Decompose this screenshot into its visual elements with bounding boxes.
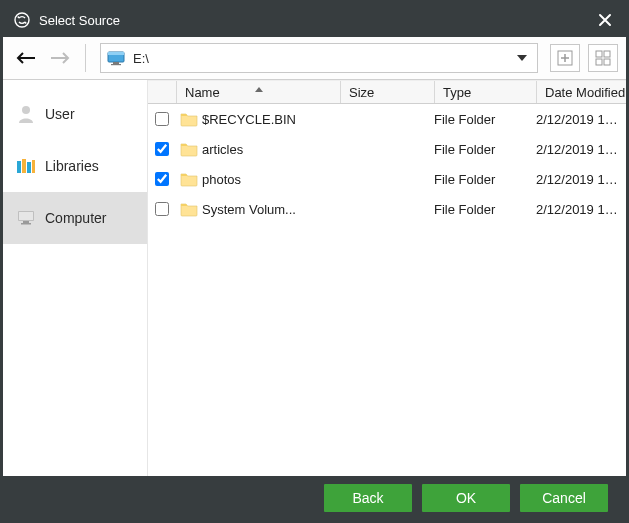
drive-icon <box>107 49 125 67</box>
row-checkbox[interactable] <box>155 172 169 186</box>
folder-icon <box>176 201 202 217</box>
table-row[interactable]: $RECYCLE.BINFile Folder2/12/2019 10:02 .… <box>148 104 626 134</box>
path-dropdown-button[interactable] <box>513 55 531 61</box>
select-source-window: Select Source <box>0 0 629 523</box>
row-date: 2/12/2019 10:14 ... <box>536 202 626 217</box>
cancel-button[interactable]: Cancel <box>520 484 608 512</box>
toolbar-separator <box>85 44 86 72</box>
table-row[interactable]: articlesFile Folder2/12/2019 10:02 ... <box>148 134 626 164</box>
row-checkbox-cell <box>148 202 176 216</box>
row-checkbox-cell <box>148 142 176 156</box>
chevron-down-icon <box>517 55 527 61</box>
path-text: E:\ <box>133 51 513 66</box>
row-checkbox-cell <box>148 172 176 186</box>
column-header-name[interactable]: Name <box>176 81 340 103</box>
row-type: File Folder <box>434 172 536 187</box>
titlebar: Select Source <box>3 3 626 37</box>
row-date: 2/12/2019 10:03 ... <box>536 172 626 187</box>
row-checkbox[interactable] <box>155 202 169 216</box>
svg-rect-14 <box>32 160 35 173</box>
row-checkbox[interactable] <box>155 112 169 126</box>
sort-asc-icon <box>255 80 263 95</box>
svg-rect-6 <box>596 51 602 57</box>
svg-rect-16 <box>19 212 33 220</box>
window-title: Select Source <box>39 13 590 28</box>
svg-point-0 <box>15 13 29 27</box>
plus-box-icon <box>557 50 573 66</box>
computer-icon <box>17 209 35 227</box>
libraries-icon <box>17 157 35 175</box>
user-icon <box>17 105 35 123</box>
body: User Libraries Computer <box>3 80 626 476</box>
app-logo-icon <box>13 11 31 29</box>
row-date: 2/12/2019 10:02 ... <box>536 112 626 127</box>
sidebar-item-user[interactable]: User <box>3 88 147 140</box>
row-name: $RECYCLE.BIN <box>202 112 340 127</box>
nav-forward-button[interactable] <box>45 43 75 73</box>
column-header-check[interactable] <box>148 81 176 103</box>
folder-icon <box>176 111 202 127</box>
row-name: articles <box>202 142 340 157</box>
sidebar-item-libraries[interactable]: Libraries <box>3 140 147 192</box>
grid-icon <box>595 50 611 66</box>
new-folder-button[interactable] <box>550 44 580 72</box>
table-row[interactable]: System Volum...File Folder2/12/2019 10:1… <box>148 194 626 224</box>
row-checkbox[interactable] <box>155 142 169 156</box>
row-name: photos <box>202 172 340 187</box>
path-combobox[interactable]: E:\ <box>100 43 538 73</box>
nav-back-button[interactable] <box>11 43 41 73</box>
column-header-date[interactable]: Date Modified <box>536 81 626 103</box>
view-mode-button[interactable] <box>588 44 618 72</box>
sidebar-item-computer[interactable]: Computer <box>3 192 147 244</box>
svg-rect-17 <box>23 221 29 223</box>
close-button[interactable] <box>590 5 620 35</box>
row-name: System Volum... <box>202 202 340 217</box>
svg-rect-3 <box>113 62 119 64</box>
back-button[interactable]: Back <box>324 484 412 512</box>
column-headers: Name Size Type Date Modified <box>148 80 626 104</box>
row-checkbox-cell <box>148 112 176 126</box>
svg-rect-9 <box>604 59 610 65</box>
svg-rect-2 <box>108 52 124 55</box>
row-type: File Folder <box>434 142 536 157</box>
arrow-left-icon <box>15 50 37 66</box>
row-type: File Folder <box>434 112 536 127</box>
row-date: 2/12/2019 10:02 ... <box>536 142 626 157</box>
folder-icon <box>176 171 202 187</box>
column-header-size[interactable]: Size <box>340 81 434 103</box>
arrow-right-icon <box>49 50 71 66</box>
svg-rect-8 <box>596 59 602 65</box>
column-header-type[interactable]: Type <box>434 81 536 103</box>
svg-rect-7 <box>604 51 610 57</box>
row-type: File Folder <box>434 202 536 217</box>
sidebar: User Libraries Computer <box>3 80 147 476</box>
svg-rect-12 <box>22 159 26 173</box>
svg-rect-13 <box>27 162 31 173</box>
close-icon <box>598 13 612 27</box>
footer: Back OK Cancel <box>3 476 626 520</box>
table-row[interactable]: photosFile Folder2/12/2019 10:03 ... <box>148 164 626 194</box>
sidebar-item-label: User <box>45 106 75 122</box>
svg-rect-11 <box>17 161 21 173</box>
svg-rect-4 <box>111 64 121 65</box>
sidebar-item-label: Libraries <box>45 158 99 174</box>
file-list-panel: Name Size Type Date Modified $RECYCLE.BI… <box>147 80 626 476</box>
toolbar: E:\ <box>3 37 626 80</box>
svg-point-10 <box>22 106 30 114</box>
folder-icon <box>176 141 202 157</box>
ok-button[interactable]: OK <box>422 484 510 512</box>
file-rows: $RECYCLE.BINFile Folder2/12/2019 10:02 .… <box>148 104 626 476</box>
svg-rect-18 <box>21 223 31 225</box>
sidebar-item-label: Computer <box>45 210 106 226</box>
